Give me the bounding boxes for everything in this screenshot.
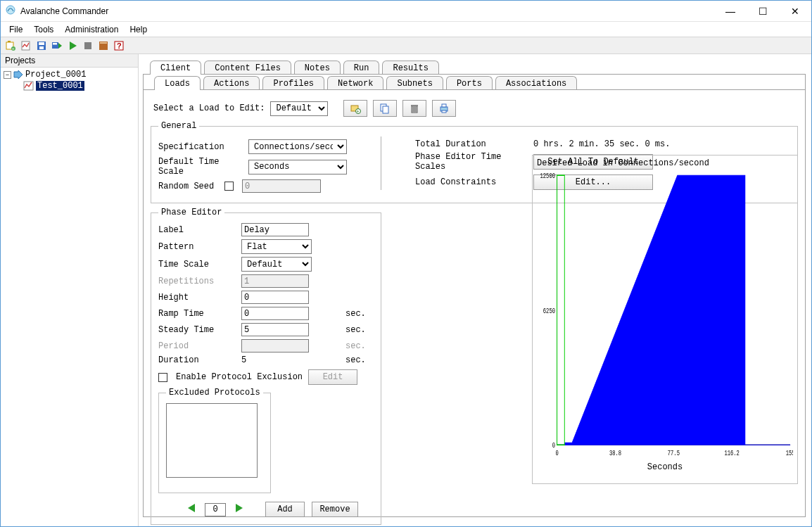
svg-rect-30 (442, 104, 446, 107)
pe-ramp-input[interactable] (241, 307, 309, 320)
save-run-icon[interactable] (50, 39, 64, 53)
specification-label: Specification (158, 142, 243, 152)
phase-editor-group: Phase Editor Label Pattern Flat Time Sca… (151, 208, 381, 525)
pe-height-label: Height (158, 293, 236, 303)
exclusion-edit-button: Edit (308, 369, 357, 385)
delete-load-button[interactable] (402, 100, 426, 117)
svg-rect-8 (39, 46, 44, 49)
svg-text:6250: 6250 (543, 306, 555, 315)
pe-ramp-label: Ramp Time (158, 309, 236, 319)
tab-results-label: Results (393, 63, 428, 73)
tab-run[interactable]: Run (343, 61, 380, 75)
tree-test-label: Test_0001 (36, 81, 84, 91)
default-timescale-select[interactable]: Seconds (248, 160, 347, 174)
window-controls: — ☐ ✕ (714, 1, 811, 22)
subtab-associations[interactable]: Associations (495, 76, 577, 90)
pe-steady-input[interactable] (241, 323, 309, 336)
pe-label-input[interactable] (241, 223, 309, 236)
default-timescale-label: Default Time Scale (158, 157, 243, 177)
svg-text:116.2: 116.2 (724, 448, 740, 457)
next-phase-button[interactable] (233, 502, 244, 516)
minimize-button[interactable]: — (714, 1, 747, 22)
phase-editor-legend: Phase Editor (158, 208, 224, 217)
svg-rect-7 (39, 42, 44, 45)
select-load-label: Select a Load to Edit: (153, 103, 265, 113)
copy-load-button[interactable] (373, 100, 397, 117)
subtab-actions[interactable]: Actions (203, 76, 260, 90)
help-icon[interactable]: ? (112, 39, 126, 53)
specification-select[interactable]: Connections/second (248, 139, 347, 154)
pe-duration-value: 5 (241, 355, 340, 365)
svg-text:?: ? (117, 42, 122, 50)
svg-rect-10 (53, 43, 57, 45)
titlebar: Avalanche Commander — ☐ ✕ (1, 1, 811, 22)
subtab-ports[interactable]: Ports (446, 76, 493, 90)
toolbar: + ? (1, 37, 811, 54)
print-load-button[interactable] (432, 100, 456, 117)
menu-help[interactable]: Help (124, 23, 153, 36)
pe-duration-unit: sec. (345, 355, 374, 365)
svg-rect-15 (100, 42, 107, 44)
project-tree[interactable]: − Project_0001 Test_0001 (1, 68, 138, 93)
new-load-button[interactable]: + (343, 100, 367, 117)
pe-height-input[interactable] (241, 291, 309, 304)
app-icon (5, 4, 16, 18)
excluded-protocols-legend: Excluded Protocols (166, 388, 263, 398)
remove-phase-button[interactable]: Remove (312, 502, 358, 517)
tab-results[interactable]: Results (382, 61, 438, 75)
random-seed-checkbox[interactable] (224, 182, 234, 191)
excluded-protocols-list[interactable] (166, 403, 258, 478)
test-icon (23, 80, 34, 91)
phase-index-input[interactable] (205, 503, 226, 516)
svg-text:77.5: 77.5 (668, 448, 680, 457)
menu-administration[interactable]: Administration (59, 23, 124, 36)
new-test-icon[interactable] (19, 39, 33, 53)
chart-xlabel: Seconds (537, 462, 793, 472)
enable-exclusion-label: Enable Protocol Exclusion (176, 372, 303, 382)
new-project-icon[interactable]: + (4, 39, 18, 53)
pe-duration-label: Duration (158, 355, 236, 365)
maximize-button[interactable]: ☐ (747, 1, 779, 22)
subtab-profiles[interactable]: Profiles (262, 76, 324, 90)
pe-pattern-select[interactable]: Flat (241, 239, 312, 254)
svg-rect-23 (383, 106, 388, 113)
subtab-subnets[interactable]: Subnets (386, 76, 443, 90)
svg-rect-25 (411, 105, 418, 106)
subtab-network[interactable]: Network (327, 76, 383, 90)
pe-timescale-label: Time Scale (158, 260, 236, 269)
results-icon[interactable] (96, 39, 110, 53)
pe-period-unit: sec. (345, 341, 374, 351)
run-icon[interactable] (65, 39, 80, 53)
pe-timescale-select[interactable]: Default (241, 257, 312, 272)
pe-steady-label: Steady Time (158, 325, 236, 335)
svg-rect-44 (557, 175, 565, 445)
secondary-tabstrip: Loads Actions Profiles Network Subnets P… (154, 74, 806, 89)
loads-panel: Select a Load to Edit: Default + General… (143, 89, 806, 517)
pe-repetitions-input (241, 274, 309, 288)
subtab-actions-label: Actions (214, 79, 249, 89)
enable-exclusion-checkbox[interactable] (158, 373, 167, 382)
tab-client[interactable]: Client (150, 61, 201, 75)
tree-project-row[interactable]: − Project_0001 (4, 69, 135, 80)
window-title: Avalanche Commander (20, 6, 108, 16)
stop-icon[interactable] (81, 39, 95, 53)
svg-marker-12 (70, 42, 77, 50)
menu-file[interactable]: File (4, 23, 28, 36)
chart-area[interactable]: 0625012500038.877.5116.2155 (537, 171, 793, 461)
tree-test-row[interactable]: Test_0001 (4, 80, 135, 91)
add-phase-button[interactable]: Add (265, 502, 305, 517)
close-button[interactable]: ✕ (779, 1, 811, 22)
save-icon[interactable] (34, 39, 49, 53)
prev-phase-button[interactable] (186, 502, 198, 516)
tree-collapse-icon[interactable]: − (4, 71, 11, 79)
tab-run-label: Run (354, 63, 369, 73)
svg-marker-32 (188, 504, 195, 512)
subtab-network-label: Network (338, 79, 373, 89)
tab-notes[interactable]: Notes (294, 61, 341, 75)
tab-notes-label: Notes (305, 63, 330, 73)
menu-tools[interactable]: Tools (28, 23, 59, 36)
tab-content-files[interactable]: Content Files (204, 61, 291, 75)
load-select[interactable]: Default (270, 101, 328, 116)
subtab-loads[interactable]: Loads (154, 76, 201, 90)
pe-steady-unit: sec. (345, 325, 374, 335)
